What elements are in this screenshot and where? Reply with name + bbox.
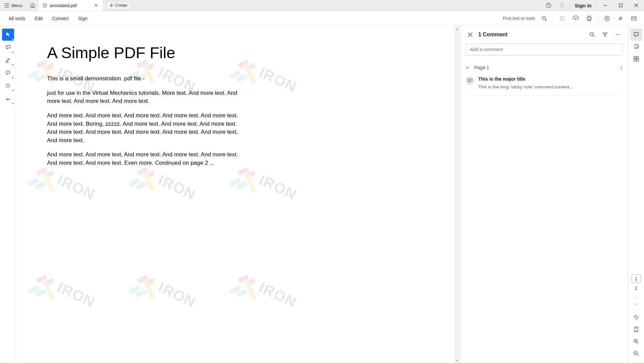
comment-icon: [633, 32, 639, 38]
notifications-button[interactable]: [555, 0, 569, 11]
save-icon: [559, 15, 565, 22]
rotate-button[interactable]: [630, 311, 642, 323]
tool-edit[interactable]: Edit: [30, 11, 47, 26]
zoom-in-button[interactable]: [630, 335, 642, 348]
find-button[interactable]: [538, 12, 551, 25]
print-button[interactable]: [583, 12, 595, 25]
select-tool[interactable]: [2, 29, 14, 41]
menu-label: Menu: [11, 3, 23, 8]
cloud-upload-icon: [572, 15, 579, 22]
expand-indicator-icon: [12, 77, 13, 78]
find-label: Find text or tools: [503, 16, 535, 21]
bookmarks-rail-button[interactable]: [630, 41, 642, 53]
document-title: A Simple PDF File: [47, 43, 441, 62]
comments-rail-button[interactable]: [630, 29, 642, 41]
expand-indicator-icon: [12, 38, 13, 40]
svg-rect-12: [637, 56, 639, 58]
comments-more-button[interactable]: [613, 30, 622, 39]
watermark: IRON: [26, 275, 127, 305]
document-paragraph: And more text. And more text. And more t…: [47, 151, 245, 167]
comment-item[interactable]: This is the major title This is the long…: [466, 74, 622, 96]
email-icon: [631, 15, 637, 22]
expand-indicator-icon: [12, 102, 13, 104]
window-minimize[interactable]: [598, 0, 613, 11]
filter-icon: [602, 32, 608, 37]
comment-icon: [5, 44, 11, 50]
expand-indicator-icon: [12, 64, 13, 66]
signature-tool[interactable]: [2, 92, 14, 105]
tool-sign[interactable]: Sign: [73, 11, 92, 26]
comment-body: This is the major title This is the long…: [478, 76, 622, 89]
rotate-icon: [633, 314, 639, 320]
document-paragraph: just for use in the Virtual Mechanics tu…: [47, 89, 245, 106]
bookmark-icon: [633, 44, 639, 50]
share-link-button[interactable]: [614, 12, 627, 25]
page-up-button[interactable]: ︿: [632, 293, 641, 300]
comments-close-button[interactable]: [466, 30, 475, 39]
right-rail: 1 2 ︿ ﹀: [628, 26, 644, 363]
svg-rect-11: [634, 56, 636, 58]
text-box-tool[interactable]: [2, 80, 14, 92]
scroll-up-button[interactable]: ▴: [454, 26, 460, 31]
svg-point-9: [617, 34, 618, 35]
watermark: IRON: [228, 275, 329, 305]
page-fit-button[interactable]: [630, 323, 642, 335]
window-maximize[interactable]: [613, 0, 629, 11]
text-box-icon: [5, 83, 11, 89]
svg-point-5: [6, 71, 10, 74]
help-button[interactable]: [542, 0, 555, 11]
page-down-button[interactable]: ﹀: [632, 301, 641, 309]
tab-close-button[interactable]: ✕: [93, 2, 99, 8]
home-button[interactable]: [27, 0, 39, 11]
active-tab[interactable]: annotated.pdf ✕: [39, 0, 103, 11]
comment-text: This is the long 'sticky note' comment c…: [478, 84, 622, 89]
watermark: IRON: [127, 275, 228, 305]
document-viewport: IRONIRONIRONIRONIRONIRONIRONIRONIRON A S…: [16, 26, 460, 363]
scroll-down-button[interactable]: ▾: [454, 358, 460, 363]
highlight-tool[interactable]: [2, 54, 14, 66]
comments-search-button[interactable]: [588, 30, 597, 39]
zoom-out-button[interactable]: [630, 348, 642, 360]
toolbar-right: Find text or tools: [503, 11, 640, 26]
page-current[interactable]: 1: [632, 274, 641, 283]
chevron-down-icon: [466, 66, 471, 70]
create-button[interactable]: Create: [106, 1, 131, 9]
comments-filter-button[interactable]: [600, 30, 610, 39]
thumbnails-rail-button[interactable]: [630, 53, 642, 65]
main-area: IRONIRONIRONIRONIRONIRONIRONIRONIRON A S…: [0, 26, 644, 363]
window-close[interactable]: [629, 0, 644, 11]
page-other[interactable]: 2: [632, 284, 641, 292]
tool-convert[interactable]: Convert: [47, 11, 73, 26]
create-label: Create: [115, 3, 127, 8]
document-page[interactable]: IRONIRONIRONIRONIRONIRONIRONIRONIRON A S…: [16, 26, 454, 363]
tab-title: annotated.pdf: [50, 3, 90, 8]
comment-title: This is the major title: [478, 76, 622, 82]
draw-tool[interactable]: [2, 67, 14, 79]
comments-group-count: 1: [620, 65, 622, 70]
comments-group-header[interactable]: Page 1 1: [466, 64, 622, 74]
svg-point-10: [619, 34, 620, 35]
help-icon: [546, 2, 552, 8]
chevron-down-icon: ﹀: [634, 301, 639, 309]
signin-label: Sign in: [575, 3, 592, 8]
vertical-scrollbar[interactable]: ▴ ▾: [454, 26, 460, 363]
save-button[interactable]: [556, 12, 568, 25]
signin-button[interactable]: Sign in: [569, 3, 598, 8]
document-paragraph: And more text. And more text. And more t…: [47, 112, 245, 145]
expand-indicator-icon: [12, 51, 13, 53]
svg-rect-13: [634, 59, 636, 61]
menu-button[interactable]: Menu: [0, 0, 27, 11]
svg-point-7: [590, 33, 594, 36]
home-icon: [30, 3, 35, 8]
tool-all-tools[interactable]: All tools: [4, 11, 30, 26]
comment-tool[interactable]: [2, 41, 14, 53]
maximize-icon: [619, 3, 623, 7]
comments-group: Page 1 1 This is the major title This is…: [460, 60, 628, 96]
ai-assistant-button[interactable]: [601, 12, 613, 25]
sparkle-icon: [604, 15, 610, 22]
cloud-upload-button[interactable]: [570, 12, 582, 25]
share-email-button[interactable]: [628, 12, 640, 25]
zoom-in-icon: [633, 338, 639, 345]
more-icon: [615, 32, 620, 37]
add-comment-input[interactable]: [466, 43, 622, 55]
